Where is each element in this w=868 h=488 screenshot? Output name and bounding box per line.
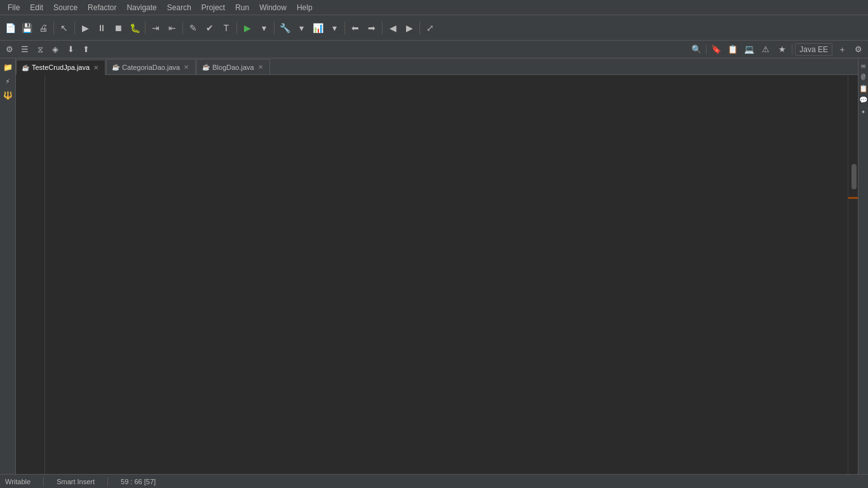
fr-icon-3[interactable]: 📋 (859, 84, 868, 93)
status-bar: Writable Smart Insert 59 : 66 [57] (0, 474, 868, 488)
toolbar2-btn-f[interactable]: ⬆ (79, 43, 93, 57)
menu-run[interactable]: Run (230, 2, 254, 13)
tab-icon-1: ☕ (22, 64, 29, 71)
left-sidebar: 📁 ⚡ 🔱 (0, 58, 16, 474)
toolbar-sep-7 (344, 22, 345, 34)
nav-fwd-btn[interactable]: ▶ (402, 20, 417, 36)
run-dd-button[interactable]: ▾ (256, 20, 271, 36)
tab-label-1: TesteCrudJpa.java (32, 64, 90, 71)
fr-icon-5[interactable]: ✦ (859, 107, 868, 116)
tab-label-2: CategoriaDao.java (122, 64, 180, 71)
code-container[interactable] (16, 75, 858, 474)
toolbar2-sep2 (792, 44, 792, 55)
cursor-button[interactable]: ↖ (57, 20, 72, 36)
console-btn[interactable]: 💻 (742, 43, 756, 57)
toolbar2-btn-e[interactable]: ⬇ (64, 43, 78, 57)
right-minimap (848, 75, 858, 474)
perspective-label[interactable]: Java EE (795, 43, 832, 56)
toolbar2-sep (706, 44, 707, 55)
toolbar-sep-8 (382, 22, 383, 34)
menu-source[interactable]: Source (48, 2, 83, 13)
toolbar-btn-b[interactable]: ⇤ (165, 20, 180, 36)
tab-blogdao[interactable]: ☕ BlogDao.java ✕ (196, 59, 269, 74)
menu-window[interactable]: Window (254, 2, 292, 13)
tab-close-1[interactable]: ✕ (92, 64, 100, 71)
toolbar-sep-2 (74, 22, 75, 34)
status-position: 59 : 66 [57] (121, 478, 156, 485)
toolbar-sep-3 (145, 22, 146, 34)
perspective-settings-btn[interactable]: ⚙ (851, 43, 865, 57)
menu-bar: File Edit Source Refactor Navigate Searc… (0, 0, 868, 15)
menu-search[interactable]: Search (162, 2, 196, 13)
tab-close-3[interactable]: ✕ (257, 64, 264, 71)
toolbar-sep-1 (53, 22, 54, 34)
line-numbers (16, 75, 45, 474)
tab-bar: ☕ TesteCrudJpa.java ✕ ☕ CategoriaDao.jav… (16, 58, 858, 75)
tab-icon-2: ☕ (112, 64, 119, 71)
toolbar2-btn-c[interactable]: ⧖ (33, 43, 47, 57)
run-config-button[interactable]: ▶ (240, 20, 255, 36)
far-right-panel: ✉ @ 📋 💬 ✦ (858, 58, 868, 474)
nav-back-btn[interactable]: ◀ (385, 20, 400, 36)
perspective-add-btn[interactable]: ＋ (835, 43, 849, 57)
toolbar-sep-6 (274, 22, 275, 34)
status-insert-mode: Smart Insert (57, 478, 95, 485)
problems-btn[interactable]: ⚠ (759, 43, 773, 57)
menu-project[interactable]: Project (196, 2, 230, 13)
main-toolbar: 📄 💾 🖨 ↖ ▶ ⏸ ⏹ 🐛 ⇥ ⇤ ✎ ✔ T ▶ ▾ 🔧 ▾ 📊 ▾ ⬅ … (0, 15, 868, 41)
toolbar2-btn-b[interactable]: ☰ (18, 43, 32, 57)
main-content: 📁 ⚡ 🔱 ☕ TesteCrudJpa.java ✕ ☕ CategoriaD… (0, 58, 868, 474)
run-button[interactable]: ▶ (78, 20, 93, 36)
status-writable: Writable (5, 478, 31, 485)
tab-categoriadao[interactable]: ☕ CategoriaDao.java ✕ (106, 59, 196, 74)
tab-testecrudjpa[interactable]: ☕ TesteCrudJpa.java ✕ (16, 60, 105, 75)
fr-icon-2[interactable]: @ (859, 72, 868, 81)
stop-button[interactable]: ⏹ (111, 20, 126, 36)
toolbar-btn-c[interactable]: ✎ (186, 20, 201, 36)
scrollbar-thumb[interactable] (851, 164, 857, 189)
menu-edit[interactable]: Edit (25, 2, 48, 13)
editor-area: ☕ TesteCrudJpa.java ✕ ☕ CategoriaDao.jav… (16, 58, 858, 474)
tasks-btn[interactable]: 📋 (726, 43, 740, 57)
print-button[interactable]: 🖨 (36, 20, 51, 36)
sidebar-icon-2[interactable]: ⚡ (1, 75, 14, 88)
next-edit-btn[interactable]: ➡ (364, 20, 379, 36)
sidebar-icon-3[interactable]: 🔱 (1, 89, 14, 102)
toolbar-sep-4 (182, 22, 183, 34)
save-button[interactable]: 💾 (19, 20, 34, 36)
fr-icon-1[interactable]: ✉ (859, 61, 868, 70)
toolbar2-btn-d[interactable]: ◈ (48, 43, 62, 57)
sidebar-icon-1[interactable]: 📁 (1, 61, 14, 74)
new-button[interactable]: 📄 (3, 20, 18, 36)
fr-icon-4[interactable]: 💬 (859, 95, 868, 104)
secondary-toolbar: ⚙ ☰ ⧖ ◈ ⬇ ⬆ 🔍 🔖 📋 💻 ⚠ ★ Java EE ＋ ⚙ (0, 41, 868, 58)
menu-file[interactable]: File (3, 2, 25, 13)
status-sep-1 (43, 477, 44, 486)
menu-help[interactable]: Help (292, 2, 318, 13)
search-toolbar-btn[interactable]: 🔍 (689, 43, 703, 57)
maximize-btn[interactable]: ⤢ (423, 20, 438, 36)
pause-button[interactable]: ⏸ (94, 20, 109, 36)
debug-button[interactable]: 🐛 (127, 20, 142, 36)
code-content[interactable] (45, 75, 848, 474)
tab-label-3: BlogDao.java (212, 64, 254, 71)
profile-dd-btn[interactable]: ▾ (327, 20, 342, 36)
minimap-highlight (848, 197, 858, 199)
toolbar2-star[interactable]: ★ (775, 43, 789, 57)
toolbar-sep-5 (236, 22, 237, 34)
toolbar-btn-a[interactable]: ⇥ (148, 20, 163, 36)
profile-btn[interactable]: 📊 (310, 20, 325, 36)
toolbar2-btn-a[interactable]: ⚙ (3, 43, 17, 57)
bookmarks-btn[interactable]: 🔖 (709, 43, 723, 57)
debug-config-btn[interactable]: 🔧 (277, 20, 292, 36)
debug-dd-btn[interactable]: ▾ (294, 20, 309, 36)
menu-navigate[interactable]: Navigate (121, 2, 161, 13)
prev-edit-btn[interactable]: ⬅ (348, 20, 363, 36)
tab-close-2[interactable]: ✕ (182, 64, 190, 71)
tab-icon-3: ☕ (202, 64, 210, 71)
menu-refactor[interactable]: Refactor (83, 2, 121, 13)
toolbar-sep-9 (419, 22, 420, 34)
toolbar-btn-e[interactable]: T (219, 20, 234, 36)
status-sep-2 (107, 477, 108, 486)
toolbar-btn-d[interactable]: ✔ (202, 20, 217, 36)
